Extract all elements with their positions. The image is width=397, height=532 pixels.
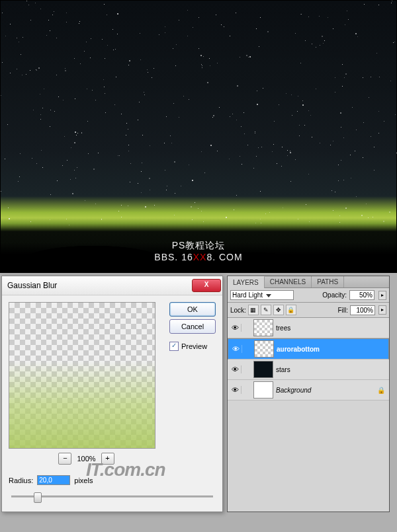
lock-move-icon[interactable]: ✥ [273,305,284,315]
ok-button[interactable]: OK [169,302,216,317]
watermark-line1: PS教程论坛 [1,240,396,252]
dialog-title: Gaussian Blur [7,281,192,290]
layer-row[interactable]: 👁stars [228,360,389,380]
layers-panel: LAYERS CHANNELS PATHS Hard Light Opacity… [227,276,390,512]
visibility-eye-icon[interactable]: 👁 [229,324,242,332]
layer-name[interactable]: aurorabottom [277,346,387,353]
tab-layers[interactable]: LAYERS [228,276,265,288]
fill-arrow-icon[interactable]: ▸ [378,305,386,315]
panel-tabs: LAYERS CHANNELS PATHS [228,276,389,288]
opacity-input[interactable]: 50% [349,290,375,300]
opacity-arrow-icon[interactable]: ▸ [378,291,386,300]
layer-name[interactable]: trees [276,324,388,332]
canvas-preview: PS教程论坛 BBS. 16XX8. COM [0,0,397,273]
visibility-eye-icon[interactable]: 👁 [230,345,242,353]
preview-label: Preview [181,342,207,350]
cancel-button[interactable]: Cancel [169,319,216,334]
close-icon[interactable]: X [192,279,221,292]
layer-thumbnail[interactable] [253,319,273,336]
watermark-line2: BBS. 16XX8. COM [1,252,396,262]
fill-label: Fill: [337,307,348,314]
radius-slider[interactable] [11,490,213,502]
layer-row[interactable]: 👁Background🔒 [228,380,389,400]
visibility-eye-icon[interactable]: 👁 [229,365,242,373]
blur-preview[interactable] [9,302,155,449]
preview-checkbox-row[interactable]: ✓ Preview [169,342,216,351]
layer-thumbnail[interactable] [254,340,274,358]
zoom-out-button[interactable]: − [58,453,71,465]
layer-name[interactable]: Background [276,387,377,394]
checkbox-icon[interactable]: ✓ [169,342,179,351]
lock-brush-icon[interactable]: ✎ [261,305,271,315]
layer-list: 👁trees👁aurorabottom👁stars👁Background🔒 [228,318,389,400]
radius-input[interactable]: 20,0 [37,475,70,485]
layer-row[interactable]: 👁trees [228,318,389,338]
tab-paths[interactable]: PATHS [312,276,344,287]
lock-transparency-icon[interactable]: ▦ [248,305,259,315]
layer-name[interactable]: stars [276,366,388,373]
layer-row[interactable]: 👁aurorabottom [228,338,389,360]
radius-label: Radius: [9,476,33,484]
dialog-titlebar[interactable]: Gaussian Blur X [2,276,222,295]
tab-channels[interactable]: CHANNELS [265,276,312,287]
page-watermark: IT.com.cn [86,459,165,480]
watermark-text: PS教程论坛 BBS. 16XX8. COM [1,240,396,262]
layer-thumbnail[interactable] [253,361,273,378]
visibility-eye-icon[interactable]: 👁 [229,386,242,394]
fill-input[interactable]: 100% [350,305,375,315]
slider-thumb[interactable] [34,492,42,503]
layer-thumbnail[interactable] [253,381,273,399]
opacity-label: Opacity: [322,291,347,299]
lock-all-icon[interactable]: 🔒 [286,305,296,315]
lock-icon: 🔒 [377,387,385,394]
blend-mode-select[interactable]: Hard Light [230,290,294,300]
lock-label: Lock: [230,307,246,314]
